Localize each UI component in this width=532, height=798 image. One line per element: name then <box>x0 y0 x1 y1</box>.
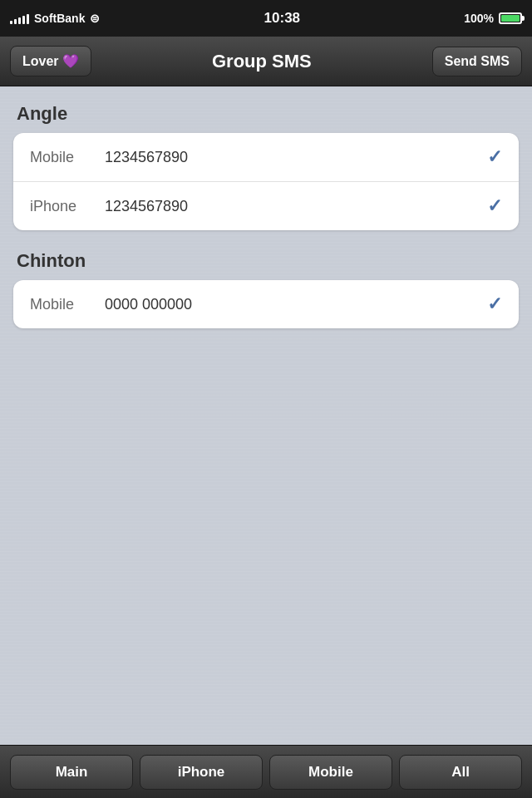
signal-bar-2 <box>14 19 17 24</box>
back-label: Lover 💜 <box>22 53 79 69</box>
row-label: iPhone <box>30 198 105 215</box>
content: Angle Mobile 1234567890 ✓ iPhone 1234567… <box>0 86 532 745</box>
clock: 10:38 <box>264 10 300 27</box>
back-button[interactable]: Lover 💜 <box>10 46 91 76</box>
signal-bar-1 <box>10 21 12 24</box>
status-right: 100% <box>464 12 522 25</box>
row-label: Mobile <box>30 149 105 166</box>
section-angle: Angle Mobile 1234567890 ✓ iPhone 1234567… <box>13 103 519 230</box>
tab-all-label: All <box>451 764 470 780</box>
signal-bar-4 <box>22 16 25 24</box>
row-number: 0000 000000 <box>105 296 487 313</box>
status-left: SoftBank ⊜ <box>10 12 100 25</box>
signal-bar-5 <box>27 14 29 24</box>
wifi-icon: ⊜ <box>90 12 100 25</box>
status-bar: SoftBank ⊜ 10:38 100% <box>0 0 532 37</box>
tab-main-label: Main <box>56 764 88 780</box>
battery-percent: 100% <box>464 12 494 25</box>
contact-card-angle: Mobile 1234567890 ✓ iPhone 1234567890 ✓ <box>13 133 519 230</box>
section-header-chinton: Chinton <box>13 250 519 272</box>
send-sms-label: Send SMS <box>445 54 510 69</box>
table-row[interactable]: iPhone 1234567890 ✓ <box>13 182 519 230</box>
tab-iphone-label: iPhone <box>178 764 225 780</box>
table-row[interactable]: Mobile 1234567890 ✓ <box>13 133 519 182</box>
tab-all[interactable]: All <box>399 755 522 790</box>
battery-fill <box>501 15 520 22</box>
page-title: Group SMS <box>212 51 312 72</box>
section-chinton: Chinton Mobile 0000 000000 ✓ <box>13 250 519 328</box>
send-sms-button[interactable]: Send SMS <box>432 47 522 76</box>
tab-iphone[interactable]: iPhone <box>140 755 263 790</box>
checkmark-icon: ✓ <box>487 146 502 168</box>
tab-main[interactable]: Main <box>10 755 133 790</box>
tab-bar: Main iPhone Mobile All <box>0 745 532 798</box>
row-number: 1234567890 <box>105 198 487 215</box>
battery-icon <box>499 12 522 24</box>
row-number: 1234567890 <box>105 149 487 166</box>
signal-bar-3 <box>18 17 21 24</box>
contact-card-chinton: Mobile 0000 000000 ✓ <box>13 280 519 328</box>
carrier-label: SoftBank <box>34 12 85 25</box>
signal-bars <box>10 12 29 24</box>
battery-container <box>499 12 522 24</box>
tab-mobile-label: Mobile <box>308 764 353 780</box>
section-header-angle: Angle <box>13 103 519 125</box>
checkmark-icon: ✓ <box>487 293 502 315</box>
checkmark-icon: ✓ <box>487 195 502 217</box>
table-row[interactable]: Mobile 0000 000000 ✓ <box>13 280 519 328</box>
tab-mobile[interactable]: Mobile <box>269 755 392 790</box>
nav-bar: Lover 💜 Group SMS Send SMS <box>0 37 532 86</box>
row-label: Mobile <box>30 296 105 313</box>
